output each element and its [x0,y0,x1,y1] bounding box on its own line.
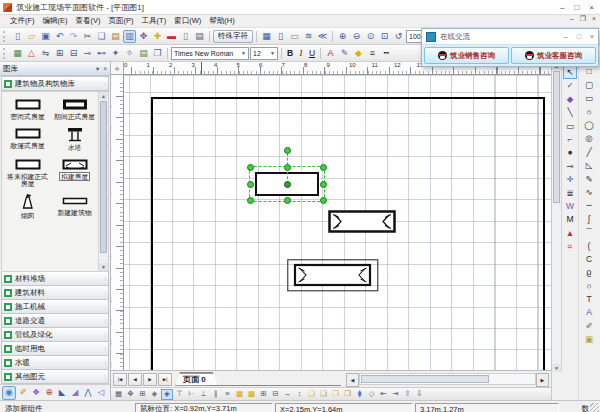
font-family-combo[interactable]: Times New Roman ▼ [171,47,249,60]
triangle-tool-icon[interactable]: ▲ [564,226,577,239]
layer-back-icon[interactable]: ▩ [246,389,257,399]
node-icon[interactable]: ✦ [109,47,122,60]
loop-tool-icon[interactable]: ϱ [583,266,596,279]
menu-item[interactable]: 查看(V) [72,16,105,26]
space-v-icon[interactable]: ↕ [294,389,305,399]
window-maximize-button[interactable]: □ [574,3,579,12]
image-tool-icon[interactable]: ▣ [583,333,596,346]
align-top-icon[interactable]: ⊤ [174,389,185,399]
selection-handle[interactable] [247,181,254,188]
special-chars-button[interactable]: 特殊字符 [213,30,253,43]
gallery-item-chimney[interactable]: 烟囱 [4,194,51,220]
prev-page-icon[interactable]: ◀ [128,373,142,386]
copy-icon[interactable]: ❏ [95,30,108,43]
polygon-tool-icon[interactable]: ◺ [583,159,596,172]
panel-collapse-icon[interactable]: ▾ [96,65,99,73]
send-to-back-icon[interactable]: ❏ [318,389,329,399]
window-close-button[interactable]: × [589,3,594,12]
rotate-left-icon[interactable]: ◣ [56,387,68,399]
bold-button[interactable]: B [285,48,295,58]
whiteboard-icon[interactable]: ▭ [288,30,301,43]
shape-warn-icon[interactable]: △ [25,47,38,60]
gallery-item-new-building[interactable]: 新建建筑物 [51,194,98,220]
selection-handle[interactable] [320,197,327,204]
ellipse-tool-icon[interactable]: ◯ [583,119,596,132]
scrollbar-thumb[interactable] [100,101,107,253]
label-tool-icon[interactable]: A [583,306,596,319]
space-h-icon[interactable]: ↔ [282,389,293,399]
squiggle-tool-icon[interactable]: ∽ [583,199,596,212]
connector-icon[interactable]: ⊸ [81,47,94,60]
bring-forward-icon[interactable]: ❐ [330,389,341,399]
line-style-icon[interactable]: ╍ [380,47,393,60]
rotation-handle[interactable] [284,147,291,154]
line-draw-tool-icon[interactable]: ╲ [564,106,577,119]
selection-handle[interactable] [247,164,254,171]
size-match-icon[interactable]: ⊞ [258,389,269,399]
chat-minimize-button[interactable]: – [564,33,568,40]
lock-active-icon[interactable]: ◈ [161,389,173,400]
redo-icon[interactable]: ↷ [67,30,80,43]
zoom-in-icon[interactable]: ⊕ [336,30,349,43]
table-icon[interactable]: ▦ [11,47,24,60]
scroll-up-icon[interactable]: ▲ [99,92,108,100]
nudge-up-icon[interactable]: ⇧ [402,389,413,399]
gallery-item-proposed-house[interactable]: 拟建房屋 [51,158,98,189]
scrollbar-track[interactable] [359,373,536,385]
double-outline-building-shape[interactable] [287,259,379,292]
new-icon[interactable]: ▯ [11,30,24,43]
undo-icon[interactable]: ↶ [53,30,66,43]
oval-tool-icon[interactable]: ○ [583,279,596,292]
selection-handle[interactable] [284,164,291,171]
section-building-materials[interactable]: 建筑材料 ⁞ [1,286,109,300]
section-temporary-power[interactable]: 临时用电 ⁞ [1,342,109,356]
scroll-left-icon[interactable]: ◀ [346,373,359,387]
wall-tool-icon[interactable]: ▭ [564,119,577,132]
section-other-elements[interactable]: 其他图元 ⁞ [1,370,109,384]
line-weight-icon[interactable]: ≡ [366,47,379,60]
chart-icon[interactable]: ▤ [137,47,150,60]
add-icon[interactable]: ✚ [151,30,164,43]
mdi-minimize-button[interactable]: – [570,15,574,23]
gallery-scrollbar[interactable]: ▲ ▼ [98,92,108,271]
zoom-actual-icon[interactable]: ⊙ [364,30,377,43]
book-icon[interactable]: ❐ [151,47,164,60]
proposed-building-shape[interactable] [328,210,396,233]
chat-maximize-button[interactable]: □ [577,33,581,40]
print-icon[interactable]: ▤ [193,30,206,43]
rect-tool-icon[interactable]: □ [583,65,596,78]
grid-icon[interactable]: ▦ [260,30,273,43]
flip-h-icon[interactable]: ⋀ [82,387,94,399]
chat-titlebar[interactable]: 在线交流 – □ × [422,29,598,45]
arc-tool-icon[interactable]: ⌒ [583,226,596,239]
text-tool-icon[interactable]: T [583,293,596,306]
flip-v-icon[interactable]: ◁ [95,387,107,399]
service-consult-button[interactable]: 筑业客服咨询 [511,47,596,64]
ungroup-icon[interactable]: ◇ [366,389,377,399]
pen-color-icon[interactable]: ✎ [338,47,351,60]
open-icon[interactable]: ▱ [25,30,38,43]
section-road-traffic[interactable]: 道路交通 ⁞ [1,314,109,328]
menu-item[interactable]: 编辑(E) [39,16,72,26]
w-tool-icon[interactable]: W [564,200,577,213]
cut-icon[interactable]: ✂ [81,30,94,43]
zoom-out-icon[interactable]: ⊖ [350,30,363,43]
rounded-rect-tool-icon[interactable]: ▢ [583,78,596,91]
group-icon[interactable]: ⧫ [354,389,365,399]
guides-icon[interactable]: ≪ [316,30,329,43]
lock-icon[interactable]: ◈ [149,389,160,399]
page-icon[interactable]: ▯ [179,30,192,43]
snap-point-icon[interactable]: ⊞ [137,389,148,399]
gallery-item-water-tower[interactable]: 水塔 [51,127,98,152]
mdi-restore-button[interactable]: ❐ [580,15,586,23]
annotate-tool-icon[interactable]: ✐ [583,319,596,332]
gallery-item-closed-house[interactable]: 密闭式房屋 [4,98,51,121]
selection-handle[interactable] [320,181,327,188]
remove-icon[interactable]: ▬ [165,30,178,43]
scrollbar-thumb[interactable] [553,71,560,203]
move-icon[interactable]: ✥ [137,30,150,43]
page-tab[interactable]: 页面 0 [175,372,218,386]
circle-tool-icon[interactable]: ○ [583,105,596,118]
library-section-header[interactable]: 建筑物及构筑物库 ⁞ [1,76,109,91]
align-bottom-icon[interactable]: ⊥ [198,389,209,399]
